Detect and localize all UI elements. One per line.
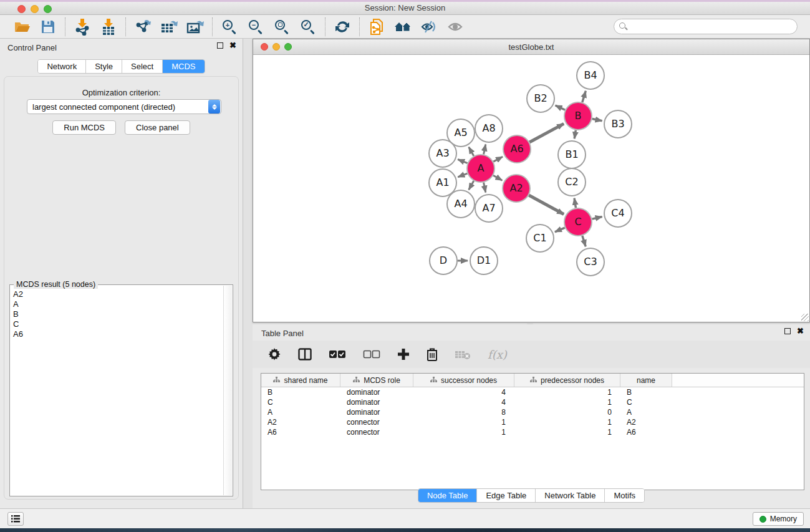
graph-edge[interactable] — [493, 157, 503, 162]
toolbar-separator — [325, 17, 325, 36]
tab-mcds[interactable]: MCDS — [163, 60, 204, 73]
add-column-icon[interactable] — [397, 348, 410, 360]
apply-layout-icon[interactable] — [332, 17, 352, 36]
network-canvas[interactable]: B4B2BB3A8A5A6A3B1AA1C2A2A4A7C4CC1DD1C3 — [253, 55, 809, 322]
tab-select[interactable]: Select — [122, 60, 163, 73]
new-network-from-selection-icon[interactable] — [367, 17, 387, 36]
search-input[interactable] — [614, 19, 798, 34]
table-cell: 1 — [413, 418, 514, 427]
table-cell: dominator — [340, 398, 413, 407]
close-table-panel-icon[interactable]: ✖ — [797, 328, 804, 334]
graph-edge[interactable] — [582, 236, 586, 246]
function-builder-icon[interactable]: f(x) — [488, 348, 507, 361]
control-panel: Control Panel ✖ Network Style Select MCD… — [0, 39, 243, 508]
zoom-in-icon[interactable]: + — [219, 17, 239, 36]
graph-edge[interactable] — [582, 91, 586, 102]
open-file-icon[interactable] — [12, 17, 32, 36]
tab-network-table[interactable]: Network Table — [536, 489, 605, 502]
graph-edge[interactable] — [484, 144, 486, 154]
table-cell: A2 — [620, 418, 672, 427]
graph-edge[interactable] — [493, 175, 502, 180]
mcds-result-box: MCDS result (5 nodes) A2ABCA6 — [9, 284, 233, 496]
table-cell: A6 — [620, 428, 672, 437]
select-all-checkboxes-icon[interactable] — [329, 350, 346, 359]
application-window: Session: New Session — [0, 0, 810, 532]
table-cell: A — [620, 408, 672, 417]
graph-node-label: C4 — [611, 207, 624, 219]
table-cell: 1 — [514, 398, 620, 407]
float-table-panel-icon[interactable] — [784, 328, 791, 334]
graph-node-label: A8 — [482, 122, 495, 134]
table-tabbar: Node Table Edge Table Network Table Moti… — [418, 488, 645, 503]
first-neighbors-icon[interactable] — [393, 17, 413, 36]
graph-edge[interactable] — [469, 181, 474, 190]
show-hide-details-icon[interactable] — [445, 17, 465, 36]
float-panel-icon[interactable] — [217, 42, 223, 49]
mcds-result-list[interactable]: A2ABCA6 — [11, 286, 223, 495]
memory-status-icon — [759, 516, 766, 523]
network-window-titlebar[interactable]: testGlobe.txt — [253, 39, 809, 55]
column-header-name[interactable]: name — [620, 374, 672, 387]
graph-edge[interactable] — [592, 217, 602, 220]
export-table-icon[interactable] — [159, 17, 179, 36]
graph-edge[interactable] — [555, 228, 565, 232]
graph-edge[interactable] — [592, 119, 602, 121]
tab-network[interactable]: Network — [38, 60, 86, 73]
tab-edge-table[interactable]: Edge Table — [477, 489, 536, 502]
criterion-dropdown[interactable]: largest connected component (directed) — [27, 99, 221, 114]
graph-edge[interactable] — [574, 198, 576, 208]
import-table-icon[interactable] — [99, 17, 118, 36]
export-image-icon[interactable] — [185, 17, 205, 36]
result-list-item[interactable]: A — [13, 299, 220, 309]
zoom-out-icon[interactable]: − — [246, 17, 266, 36]
column-header-shared-name[interactable]: shared name — [261, 374, 340, 387]
column-header-successor-nodes[interactable]: successor nodes — [413, 374, 514, 387]
zoom-selected-icon[interactable]: ✓ — [298, 17, 318, 36]
tab-style[interactable]: Style — [86, 60, 122, 73]
column-layout-icon[interactable] — [298, 348, 312, 360]
graph-edge[interactable] — [469, 147, 474, 156]
graph-node-label: A4 — [454, 198, 467, 210]
graphics-details-icon[interactable] — [419, 17, 439, 36]
graph-edge[interactable] — [574, 130, 576, 139]
dropdown-stepper-icon — [208, 100, 220, 114]
table-row[interactable]: A6connector11A6 — [261, 427, 804, 437]
save-session-icon[interactable] — [38, 17, 58, 36]
graph-edge[interactable] — [529, 123, 564, 142]
export-network-icon[interactable] — [133, 17, 153, 36]
graph-edge[interactable] — [484, 183, 486, 193]
memory-button[interactable]: Memory — [753, 512, 804, 526]
graph-edge[interactable] — [458, 160, 467, 163]
graph-node-label: A1 — [436, 177, 449, 188]
result-list-item[interactable]: C — [13, 319, 220, 329]
graph-edge[interactable] — [529, 195, 564, 215]
deselect-all-checkboxes-icon[interactable] — [363, 350, 380, 359]
column-header-predecessor-nodes[interactable]: predecessor nodes — [514, 374, 620, 387]
result-list-item[interactable]: A6 — [13, 329, 220, 339]
delete-table-icon[interactable] — [455, 349, 471, 360]
delete-column-icon[interactable] — [427, 347, 438, 361]
table-row[interactable]: A2connector11A2 — [261, 417, 804, 427]
graph-node-label: B3 — [611, 118, 624, 130]
tab-node-table[interactable]: Node Table — [418, 489, 478, 502]
result-scrollbar[interactable] — [223, 286, 232, 495]
tab-motifs[interactable]: Motifs — [605, 489, 644, 502]
result-list-item[interactable]: A2 — [13, 289, 220, 299]
resize-handle[interactable] — [801, 314, 809, 321]
close-panel-icon[interactable]: ✖ — [229, 42, 236, 49]
graph-edge[interactable] — [556, 105, 566, 110]
table-cell: 4 — [413, 398, 514, 407]
table-row[interactable]: Bdominator41B — [261, 387, 804, 397]
table-row[interactable]: Adominator80A — [261, 407, 804, 417]
table-row[interactable]: Cdominator41C — [261, 397, 804, 407]
settings-icon[interactable] — [268, 347, 281, 361]
column-header-MCDS-role[interactable]: MCDS role — [340, 374, 413, 387]
graph-edge[interactable] — [458, 173, 467, 177]
task-history-button[interactable] — [7, 512, 24, 526]
graph-node-label: B1 — [565, 148, 578, 160]
run-mcds-button[interactable]: Run MCDS — [52, 120, 116, 135]
close-panel-button[interactable]: Close panel — [125, 120, 190, 135]
result-list-item[interactable]: B — [13, 309, 220, 319]
import-network-icon[interactable] — [72, 17, 92, 36]
zoom-fit-icon[interactable] — [272, 17, 292, 36]
